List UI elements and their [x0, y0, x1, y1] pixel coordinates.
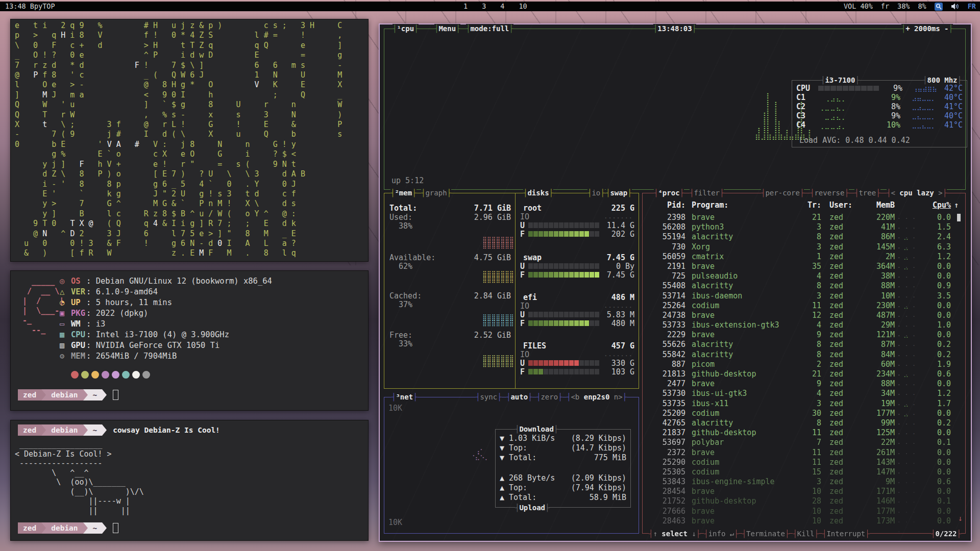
net-box: ┤³net├ ┤sync├ ┤auto├ ┤zero├ ┤<b enp2s0 n… [384, 397, 639, 534]
net-sync-toggle[interactable]: ┤sync├ [476, 392, 502, 402]
shell-prompt-with-command[interactable]: zeddebian~cowsay Debian-Z Is Cool! [18, 424, 220, 436]
process-row[interactable]: 28454brave10zed171M⠄ ⠄ ⠄ ⠄0.0 [643, 487, 965, 496]
net-zero-toggle[interactable]: ┤zero├ [536, 392, 562, 402]
disks-io-toggle[interactable]: ┤io├ [587, 188, 605, 197]
column-user[interactable]: User: [829, 201, 852, 210]
disk-io-graph: ⡀⡀⡀⡀⡀⡀⡀ [598, 212, 633, 219]
process-row[interactable]: 2477brave9zed88M⠄ ⠄ ⠄ ⠄0.0 [643, 379, 965, 389]
process-row[interactable]: 21837github-desktop11zed125M⠄ ⠄ ⠄ ⠄0.0 [643, 428, 965, 438]
powerline-separator-icon [41, 424, 46, 436]
process-row[interactable]: 2229brave9zed121M⠄ ⠄ ⠄ ⠄0.0 [643, 330, 965, 340]
cpu-core-panel: ┤i3-7100├ ┤800 Mhz├ CPU9%⢠⣤⣴⣶⣦42°CC1⠀⢀⣠⣄… [792, 80, 967, 147]
proc-percore-toggle[interactable]: ┤per-core├ [761, 188, 804, 197]
process-row[interactable]: 25290codium11zed143M⠄ ⠄ ⠄ ⠄0.0 [643, 458, 965, 467]
process-row[interactable]: 28463brave10zed173M⠄ ⠄ ⠄ ⠄0.0 [643, 516, 965, 526]
proc-filter-button[interactable]: ┤filter├ [690, 188, 724, 197]
process-row[interactable]: 2372brave11zed261M⠄ ⠄ ⠄ ⠄0.0 [643, 448, 965, 458]
process-row[interactable]: 55194alacritty8zed86M⠄ ⠄ ⠄ ⠄ ⢀⡀2.4 [643, 232, 965, 242]
net-box-title[interactable]: ┤³net├ [391, 392, 418, 402]
screenshot-tray-icon[interactable] [935, 3, 943, 11]
menu-button[interactable]: ┤Menu├ [434, 24, 460, 33]
uptime-label: up 5:12 [391, 176, 424, 185]
proc-sort-selector[interactable]: ┤< cpu lazy >├ [887, 188, 947, 197]
net-interface-selector[interactable]: ┤<b enp2s0 n>├ [567, 392, 627, 402]
process-row[interactable]: 27666brave10zed177M⠄ ⠄ ⠄ ⠄0.0 [643, 507, 965, 516]
terminal-cursor[interactable] [113, 390, 118, 400]
process-row[interactable]: 53730ibus-ui-gtk34zed34M⠄ ⠄ ⠄ ⠄ ⢀⡀1.2 [643, 389, 965, 398]
process-row[interactable]: 25305codium15zed147M⠄ ⠄ ⠄ ⠄0.0 [643, 467, 965, 477]
disks-swap-toggle[interactable]: ┤swap├ [606, 188, 632, 197]
process-row[interactable]: 730Xorg3zed145M⠄ ⠄ ⠄ ⠄ ⢀⡀6.3 [643, 242, 965, 252]
interrupt-button[interactable]: ┤Interrupt├ [822, 529, 870, 538]
net-auto-toggle[interactable]: ┤auto├ [506, 392, 532, 402]
process-row[interactable]: 25264codium11zed230M⠄ ⠄ ⠄ ⠄0.0 [643, 301, 965, 311]
cpu-box: ┤¹cpu├ ┤Menu├ ┤mode:full├ ┤13:48:03├ ┤+ … [384, 29, 966, 190]
mode-toggle[interactable]: ┤mode:full├ [466, 24, 513, 33]
process-row[interactable]: 55408alacritty8zed88M⠄ ⠄ ⠄ ⠄0.9 [643, 281, 965, 291]
clock: ┤13:48:03├ [653, 24, 696, 33]
refresh-interval-control[interactable]: ┤+ 2000ms -├ [901, 24, 953, 33]
disks-title[interactable]: ┤disks├ [523, 188, 553, 197]
proc-box-title[interactable]: ┤⁴proc├ [654, 188, 684, 197]
process-scrollbar-thumb[interactable] [957, 214, 961, 221]
powerline-separator-icon [83, 389, 88, 400]
workspace-button-10[interactable]: 10 [517, 2, 528, 11]
select-control[interactable]: ┤↑ select ↓├ [649, 529, 700, 538]
terminal-cursor[interactable] [113, 523, 118, 533]
fetch-terminal-window[interactable]: _____ / __ \ | / | | \___- -_ --_ ◎OS : … [10, 270, 369, 411]
column-program[interactable]: Program: [692, 201, 728, 210]
process-row[interactable]: 887picom2zed60M⠄ ⠄ ⠄ ⠄ ⢀⡀1.9 [643, 360, 965, 369]
mem-box-title[interactable]: ┤²mem├ [390, 188, 416, 197]
cpu-box-title[interactable]: ┤¹cpu├ [393, 24, 419, 33]
terminate-button[interactable]: ┤Terminate├ [742, 529, 790, 538]
os-icon: ◎ [60, 276, 71, 287]
shell-prompt[interactable]: zeddebian~ [18, 389, 118, 400]
scroll-down-icon[interactable]: ↓ [958, 514, 963, 523]
info-control[interactable]: ┤info ↵├ [704, 529, 738, 538]
sort-direction-icon[interactable]: ↑ [954, 201, 959, 210]
cowsay-terminal-window[interactable]: zeddebian~cowsay Debian-Z Is Cool! _____… [10, 420, 369, 541]
powerline-separator-icon [41, 522, 46, 534]
prompt-user: zed [18, 522, 41, 534]
kill-button[interactable]: ┤Kill├ [793, 529, 819, 538]
process-row[interactable]: 53714ibus-daemon3zed10M⠄ ⠄ ⠄ ⠄ ⢀⡀3.5 [643, 291, 965, 301]
keyboard-layout-indicator[interactable]: FR [968, 2, 976, 11]
process-row[interactable]: 53735ibus-x113zed19M⠄ ⠄ ⠄ ⠄ ⢀⡀1.7 [643, 399, 965, 409]
bpytop-window[interactable]: ┤¹cpu├ ┤Menu├ ┤mode:full├ ┤13:48:03├ ┤+ … [379, 23, 972, 542]
process-row[interactable]: 725pulseaudio4zed38M⠄ ⠄ ⠄ ⠄0.0 [643, 271, 965, 281]
disk-usage-bar [528, 222, 599, 228]
process-row[interactable]: 2398brave21zed220M⠄ ⠄ ⠄ ⠄0.0 [643, 213, 965, 222]
system-info-row: ▥GPU: NVIDIA GeForce GTX 1050 Ti [60, 340, 272, 351]
column-pid[interactable]: Pid: [646, 201, 685, 210]
process-row[interactable]: 21752github-desktop28zed146M⠄ ⠄ ⠄ ⠄0.1 [643, 496, 965, 506]
process-row[interactable]: 2191brave35zed364M⠄ ⠄ ⠄ ⠄0.0 [643, 262, 965, 271]
process-row[interactable]: 53843ibus-engine-simple3zed9M⠄ ⠄ ⠄ ⠄0.6 [643, 477, 965, 487]
process-row[interactable]: 56208python33zed41M⠄ ⠄ ⠄ ⠄ ⢀⡀1.5 [643, 222, 965, 232]
column-threads[interactable]: Tr: [796, 201, 821, 210]
process-row[interactable]: 25209codium30zed177M⠄ ⠄ ⠄ ⠄0.0 [643, 409, 965, 418]
process-row[interactable]: 21813github-desktop21zed234M⠄ ⠄ ⠄ ⠄0.6 [643, 369, 965, 379]
shell-prompt[interactable]: zeddebian~ [18, 522, 118, 534]
workspace-button-3[interactable]: 3 [480, 2, 487, 11]
typed-command: cowsay Debian-Z Is Cool! [113, 426, 220, 434]
cmatrix-terminal-window[interactable]: e t i 2 q 9 % # H u j z & p ) c s ; 3 H … [10, 19, 369, 262]
column-memory[interactable]: MemB [859, 201, 895, 210]
powerline-separator-icon [41, 389, 46, 400]
volume-tray-icon[interactable] [951, 3, 960, 10]
process-row[interactable]: 42765alacritty8zed99M⠄ ⠄ ⠄ ⠄0.2 [643, 418, 965, 428]
column-cpu[interactable]: Cpu% [922, 201, 951, 210]
process-row[interactable]: 55842alacritty8zed84M⠄ ⠄ ⠄ ⠄0.2 [643, 350, 965, 360]
palette-dot [81, 371, 89, 379]
disk-usage-bar [528, 369, 599, 374]
process-row[interactable]: 55626alacritty8zed87M⠄ ⠄ ⠄ ⠄0.2 [643, 340, 965, 349]
workspace-button-4[interactable]: 4 [499, 2, 506, 11]
workspace-button-1[interactable]: 1 [462, 2, 469, 11]
proc-reverse-toggle[interactable]: ┤reverse├ [810, 188, 849, 197]
process-row[interactable]: 24738brave12zed487M⠄ ⠄ ⠄ ⠄0.0 [643, 311, 965, 320]
mem-stat-row: Used:2.96 GiB [389, 213, 511, 222]
process-row[interactable]: 53697polybar7zed22M⠄ ⠄ ⠄ ⠄0.1 [643, 438, 965, 447]
process-row[interactable]: 56059cmatrix1zed2M⠄ ⠄ ⠄ ⠄ ⢀⡀1.2 [643, 252, 965, 262]
process-row[interactable]: 53733ibus-extension-gtk34zed29M⠄ ⠄ ⠄ ⠄ ⢀… [643, 320, 965, 330]
mem-graph-toggle[interactable]: ┤graph├ [421, 188, 451, 197]
proc-tree-toggle[interactable]: ┤tree├ [854, 188, 880, 197]
